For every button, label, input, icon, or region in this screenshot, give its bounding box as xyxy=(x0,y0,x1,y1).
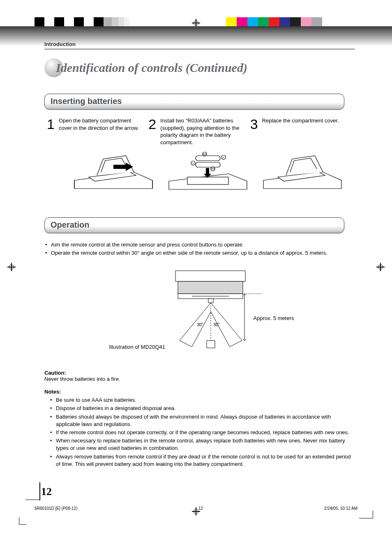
note-item: Batteries should always be disposed of w… xyxy=(50,413,355,428)
operation-bullets: •Aim the remote control at the remote se… xyxy=(44,241,355,257)
note-item: Dispose of batteries in a designated dis… xyxy=(50,405,355,412)
svg-rect-4 xyxy=(196,162,220,167)
notes-block: Notes: Be sure to use AAA size batteries… xyxy=(44,389,355,468)
caution-heading: Caution: xyxy=(44,370,355,376)
svg-rect-13 xyxy=(175,271,245,281)
page-title: Identification of controls (Continued) xyxy=(56,61,247,75)
illustration-replace-cover xyxy=(261,152,344,197)
page-number-rule-v xyxy=(39,482,40,500)
svg-text:+: + xyxy=(222,156,224,159)
step-number: 1 xyxy=(47,117,55,146)
step-text: Replace the compartment cover. xyxy=(262,117,339,146)
illustration-open-cover xyxy=(72,152,154,197)
angle-right-label: 30˚ xyxy=(213,322,220,327)
svg-rect-11 xyxy=(206,168,209,174)
caution-text: Never throw batteries into a fire. xyxy=(44,376,355,382)
step-text: Install two "R03/AAA" batteries (supplie… xyxy=(160,117,241,146)
section-name: Introduction xyxy=(44,41,355,47)
bullet-text: Operate the remote control within 30° an… xyxy=(51,249,327,257)
note-item: Always remove batteries from remote cont… xyxy=(50,453,355,468)
crosshair-bottom xyxy=(0,507,392,516)
svg-rect-19 xyxy=(207,341,215,348)
svg-text:+: + xyxy=(192,161,194,165)
step-text: Open the battery compartment cover in th… xyxy=(59,117,139,146)
step-2: 2 Install two "R03/AAA" batteries (suppl… xyxy=(148,117,241,146)
angle-left-label: 30˚ xyxy=(197,322,203,327)
operation-illustration: Illustration of MD20Q41 xyxy=(44,267,355,353)
step-3: 3 Replace the compartment cover. xyxy=(250,117,343,146)
page-number-rule-h xyxy=(25,500,40,500)
heading-operation: Operation xyxy=(44,217,344,233)
crop-mark-bl xyxy=(19,517,26,525)
page-number: 12 xyxy=(41,486,52,498)
crop-mark-br xyxy=(359,511,373,525)
heading-inserting-batteries: Inserting batteries xyxy=(44,94,344,110)
step-number: 2 xyxy=(148,117,156,146)
bullet-text: Aim the remote control at the remote sen… xyxy=(51,241,244,249)
caution-block: Caution: Never throw batteries into a fi… xyxy=(44,370,355,382)
approx-distance-label: Approx. 5 meters xyxy=(254,315,294,321)
svg-rect-17 xyxy=(208,299,213,303)
steps-row: 1 Open the battery compartment cover in … xyxy=(44,117,355,146)
svg-rect-2 xyxy=(187,177,228,184)
section-rule xyxy=(44,49,355,49)
svg-rect-0 xyxy=(113,165,126,169)
step-illustrations: + + xyxy=(61,152,355,197)
note-item: Be sure to use AAA size batteries. xyxy=(50,396,355,404)
note-item: When necessary to replace batteries in t… xyxy=(50,437,355,452)
illustration-caption: Illustration of MD20Q41 xyxy=(109,344,165,350)
svg-rect-14 xyxy=(178,281,243,294)
notes-heading: Notes: xyxy=(44,389,355,395)
note-item: If the remote control does not operate c… xyxy=(50,429,355,436)
svg-rect-3 xyxy=(196,156,220,161)
step-1: 1 Open the battery compartment cover in … xyxy=(47,117,139,146)
step-number: 3 xyxy=(250,117,258,146)
illustration-install-batteries: + + xyxy=(167,152,249,197)
